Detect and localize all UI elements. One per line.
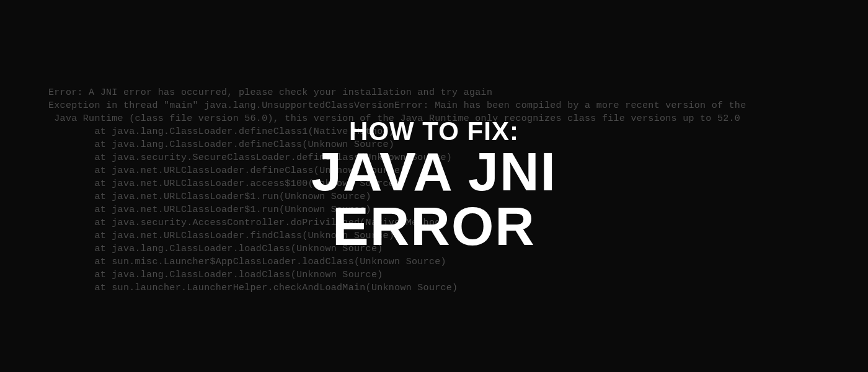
title-overlay: HOW TO FIX: JAVA JNI ERROR	[217, 118, 651, 254]
error-line: Error: A JNI error has occurred, please …	[48, 87, 492, 98]
exception-line: Exception in thread "main" java.lang.Uns…	[48, 100, 746, 111]
stack-trace-line: at java.lang.ClassLoader.loadClass(Unkno…	[48, 270, 383, 280]
stack-trace-line: at sun.misc.Launcher$AppClassLoader.load…	[48, 257, 446, 267]
stack-trace-line: at sun.launcher.LauncherHelper.checkAndL…	[48, 283, 458, 293]
title-main: JAVA JNI ERROR	[217, 144, 651, 254]
